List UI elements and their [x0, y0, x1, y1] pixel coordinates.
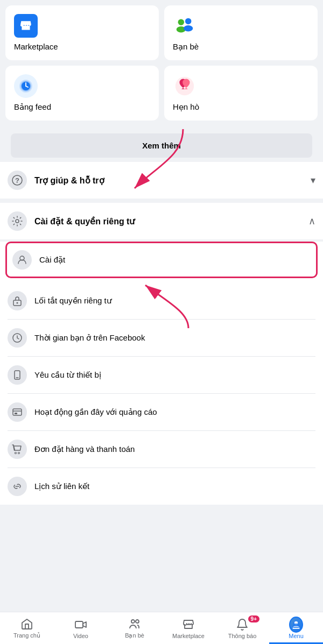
help-chevron: ▾ — [311, 174, 315, 186]
nav-notifications[interactable]: 9+ Thông báo — [215, 614, 269, 642]
settings-header[interactable]: Cài đặt & quyền riêng tư ∧ — [8, 203, 315, 239]
notification-badge: 9+ — [248, 615, 259, 622]
history-row[interactable]: Lịch sử liên kết — [8, 468, 315, 505]
nav-marketplace[interactable]: Marketplace — [162, 614, 215, 642]
ads-label: Hoạt động gần đây với quảng cáo — [34, 407, 157, 417]
svg-rect-21 — [15, 413, 17, 414]
home-label: Trang chủ — [13, 632, 40, 639]
device-row[interactable]: Yêu cầu từ thiết bị — [8, 357, 315, 394]
marketplace-icon — [14, 14, 38, 38]
help-header[interactable]: ? Trợ giúp & hỗ trợ ▾ — [8, 162, 315, 199]
history-icon — [8, 477, 27, 496]
ads-row[interactable]: Hoạt động gần đây với quảng cáo — [8, 394, 315, 431]
history-label: Lịch sử liên kết — [34, 482, 89, 491]
settings-section: Cài đặt & quyền riêng tư ∧ — [0, 203, 323, 239]
dating-card[interactable]: Hẹn hò — [164, 66, 318, 121]
home-icon — [20, 617, 34, 631]
friends-nav-label: Bạn bè — [125, 632, 144, 639]
orders-icon — [8, 440, 27, 459]
help-icon: ? — [8, 171, 27, 190]
settings-person-icon — [12, 250, 32, 270]
nav-video[interactable]: Video — [54, 614, 108, 642]
privacy-shortcut-row[interactable]: Lối tắt quyền riêng tư — [8, 282, 315, 320]
svg-point-23 — [18, 452, 20, 454]
privacy-shortcut-label: Lối tắt quyền riêng tư — [34, 296, 112, 306]
video-label: Video — [73, 633, 88, 639]
grid-section: Marketplace Bạn bè — [0, 0, 323, 121]
friends-label: Bạn bè — [173, 42, 199, 52]
ads-icon — [8, 402, 27, 422]
marketplace-nav-label: Marketplace — [172, 633, 205, 639]
feed-label: Bảng feed — [14, 102, 51, 112]
friends-card[interactable]: Bạn bè — [164, 5, 318, 60]
svg-point-29 — [294, 621, 298, 625]
bell-icon — [235, 618, 249, 632]
video-icon — [74, 618, 88, 632]
menu-avatar-icon — [289, 618, 303, 632]
help-title: Trợ giúp & hỗ trợ — [34, 175, 311, 186]
settings-row[interactable]: Cài đặt — [5, 242, 318, 278]
dating-icon — [173, 74, 196, 98]
sub-items-section: Lối tắt quyền riêng tư Thời gian bạn ở t… — [0, 282, 323, 505]
svg-point-28 — [136, 620, 139, 623]
orders-row[interactable]: Đơn đặt hàng và thanh toán — [8, 431, 315, 468]
feed-card[interactable]: Bảng feed — [5, 66, 159, 121]
svg-point-2 — [185, 18, 191, 24]
nav-friends-icon — [128, 617, 142, 631]
orders-label: Đơn đặt hàng và thanh toán — [34, 444, 135, 454]
device-icon — [8, 365, 27, 385]
svg-point-22 — [15, 452, 17, 454]
friends-icon — [173, 14, 196, 38]
device-label: Yêu cầu từ thiết bị — [34, 370, 101, 380]
settings-gear-icon — [8, 211, 27, 231]
settings-chevron: ∧ — [308, 215, 315, 227]
svg-point-12 — [16, 220, 19, 223]
feed-icon — [14, 74, 38, 98]
time-icon — [8, 328, 27, 348]
svg-rect-19 — [13, 409, 22, 415]
bottom-nav: Trang chủ Video Bạn bè — [0, 612, 323, 644]
dating-label: Hẹn hò — [173, 102, 199, 112]
svg-rect-26 — [75, 621, 83, 628]
nav-friends[interactable]: Bạn bè — [108, 614, 162, 642]
nav-marketplace-icon — [181, 618, 195, 632]
svg-text:?: ? — [15, 176, 19, 185]
svg-point-27 — [131, 620, 135, 623]
menu-label: Menu — [289, 633, 304, 639]
svg-point-15 — [17, 302, 18, 304]
settings-title: Cài đặt & quyền riêng tư — [34, 216, 308, 227]
xem-them-button[interactable]: Xem thêm — [11, 133, 312, 158]
time-label: Thời gian bạn ở trên Facebook — [34, 333, 145, 343]
nav-menu[interactable]: Menu — [269, 614, 323, 642]
settings-item-label: Cài đặt — [39, 255, 65, 265]
marketplace-label: Marketplace — [14, 42, 58, 51]
time-row[interactable]: Thời gian bạn ở trên Facebook — [8, 320, 315, 357]
privacy-icon — [8, 291, 27, 310]
help-section: ? Trợ giúp & hỗ trợ ▾ — [0, 162, 323, 199]
notifications-label: Thông báo — [228, 633, 257, 639]
svg-point-0 — [178, 19, 184, 25]
marketplace-card[interactable]: Marketplace — [5, 5, 159, 60]
svg-point-3 — [184, 25, 193, 31]
nav-home[interactable]: Trang chủ — [0, 614, 54, 642]
